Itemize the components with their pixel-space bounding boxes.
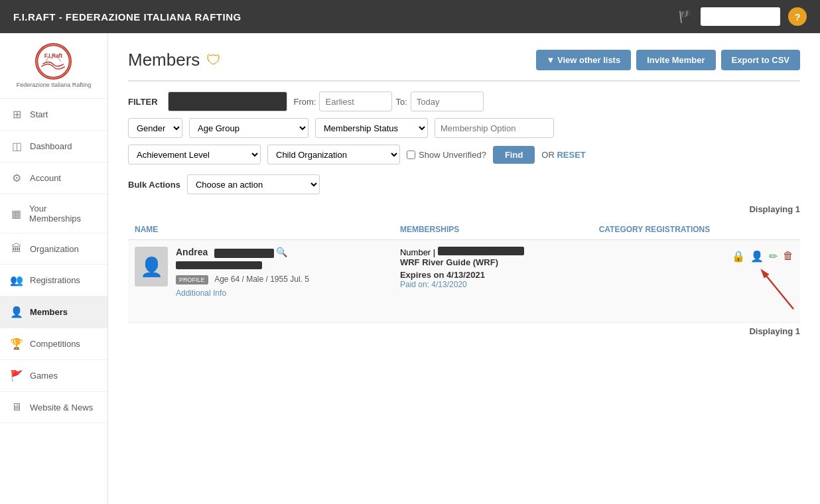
from-input[interactable] [319, 92, 392, 111]
membership-type: WRF River Guide (WRF) [400, 257, 586, 267]
sidebar: F.I.Raft Federazione Italiana Rafting ⊞ … [0, 33, 108, 504]
pencil-icon[interactable]: ✏ [769, 250, 778, 263]
sidebar-item-your-memberships[interactable]: ▦ Your Memberships [0, 194, 107, 233]
filter-row-2: Gender Age Group Membership Status [128, 118, 800, 138]
child-org-select[interactable]: Child Organization [267, 145, 400, 164]
account-icon: ⚙ [10, 172, 23, 184]
sidebar-nav: ⊞ Start ◫ Dashboard ⚙ Account ▦ Your Mem… [0, 99, 107, 504]
sidebar-item-games[interactable]: 🚩 Games [0, 360, 107, 392]
view-profile-icon[interactable]: 🔒 [732, 250, 745, 263]
additional-info-link[interactable]: Additional Info [176, 288, 387, 298]
export-csv-button[interactable]: Export to CSV [721, 50, 800, 70]
membership-option-input[interactable] [435, 118, 554, 138]
page-title-wrap: Members 🛡 [128, 50, 221, 70]
member-id-blur [176, 261, 262, 269]
displaying-bottom: Displaying 1 [128, 326, 800, 336]
sidebar-item-organization[interactable]: 🏛 Organization [0, 233, 107, 265]
dashboard-icon: ◫ [10, 140, 23, 153]
member-name-blur [214, 249, 274, 258]
action-icons: 🔒 👤 ✏ 🗑 [732, 247, 793, 263]
shield-icon: 🛡 [206, 52, 221, 69]
member-search-icon[interactable]: 🔍 [276, 247, 287, 257]
sidebar-item-label: Registrations [30, 275, 80, 285]
memberships-icon: ▦ [10, 208, 23, 220]
filter-row-3: Achievement Level Child Organization Sho… [128, 145, 800, 164]
member-category-cell [592, 240, 725, 323]
start-icon: ⊞ [10, 108, 23, 121]
members-icon: 👤 [10, 306, 23, 318]
header-buttons: ▼ View other lists Invite Member Export … [536, 50, 800, 70]
from-label: From: [294, 97, 316, 107]
sidebar-item-account[interactable]: ⚙ Account [0, 162, 107, 194]
member-name-cell: 👤 Andrea 🔍 [128, 240, 393, 323]
bulk-actions-row: Bulk Actions Choose an action [128, 174, 800, 194]
member-info: 👤 Andrea 🔍 [135, 247, 387, 298]
member-age-text: Age 64 / Male / 1955 Jul. 5 [214, 275, 309, 284]
sidebar-item-label: Your Memberships [29, 204, 98, 223]
avatar-icon: 👤 [140, 256, 163, 278]
delete-icon[interactable]: 🗑 [783, 250, 793, 262]
to-input[interactable] [411, 92, 484, 111]
filter-text-input[interactable] [168, 92, 287, 111]
competitions-icon: 🏆 [10, 338, 23, 350]
sidebar-item-label: Games [30, 371, 58, 381]
organization-icon: 🏛 [10, 243, 23, 255]
filter-row-1: FILTER From: To: [128, 92, 800, 111]
member-details: Andrea 🔍 PROFILE Age 64 / Male / 1955 J [176, 247, 387, 298]
sidebar-item-label: Organization [30, 244, 79, 254]
bulk-actions-label: Bulk Actions [128, 180, 180, 190]
arrow-annotation [732, 263, 793, 316]
filter-section: FILTER From: To: Gender Age Group Member… [128, 92, 800, 164]
sidebar-item-competitions[interactable]: 🏆 Competitions [0, 328, 107, 360]
member-name: Andrea 🔍 [176, 247, 387, 258]
member-id-row [176, 260, 387, 270]
show-unverified-label: Show Unverified? [407, 150, 486, 160]
games-icon: 🚩 [10, 369, 23, 382]
logo-tagline: Federazione Italiana Rafting [17, 82, 92, 88]
sidebar-item-registrations[interactable]: 👥 Registrations [0, 265, 107, 296]
paid-on-row: Paid on: 4/13/2020 [400, 280, 586, 289]
membership-number: Number | [400, 247, 586, 257]
main-content: Members 🛡 ▼ View other lists Invite Memb… [108, 33, 820, 504]
sidebar-item-label: Start [30, 109, 48, 119]
sidebar-item-label: Website & News [30, 403, 93, 412]
red-arrow-svg [754, 263, 807, 316]
table-row: 👤 Andrea 🔍 [128, 240, 800, 323]
gender-select[interactable]: Gender [128, 118, 182, 138]
topbar: F.I.RAFT - FEDERAZIONE ITALIANA RAFTING … [0, 0, 820, 33]
profile-badge: PROFILE [176, 275, 208, 284]
expires-row: Expires on 4/13/2021 [400, 270, 586, 280]
col-memberships: MEMBERSHIPS [393, 220, 592, 240]
svg-line-3 [764, 273, 793, 309]
sidebar-item-dashboard[interactable]: ◫ Dashboard [0, 131, 107, 162]
topbar-search-input[interactable] [701, 7, 780, 26]
sidebar-item-members[interactable]: 👤 Members [0, 296, 107, 328]
age-group-select[interactable]: Age Group [189, 118, 308, 138]
invite-member-button[interactable]: Invite Member [636, 50, 715, 70]
registrations-icon: 👥 [10, 274, 23, 286]
website-icon: 🖥 [10, 401, 23, 413]
col-name: NAME [128, 220, 393, 240]
view-other-lists-button[interactable]: ▼ View other lists [536, 50, 632, 70]
avatar: 👤 [135, 247, 168, 286]
displaying-top: Displaying 1 [128, 204, 800, 214]
sidebar-item-start[interactable]: ⊞ Start [0, 99, 107, 131]
col-actions [725, 220, 800, 240]
filter-label: FILTER [128, 97, 158, 107]
membership-status-select[interactable]: Membership Status [315, 118, 428, 138]
edit-icon[interactable]: 👤 [750, 250, 764, 263]
help-button[interactable]: ? [788, 7, 807, 26]
achievement-level-select[interactable]: Achievement Level [128, 145, 261, 164]
find-button[interactable]: Find [493, 146, 535, 164]
sidebar-item-label: Members [30, 307, 68, 317]
svg-point-0 [38, 45, 70, 77]
membership-num-blur [438, 247, 524, 255]
topbar-right: 🏴 ? [678, 7, 807, 26]
sidebar-item-website-news[interactable]: 🖥 Website & News [0, 392, 107, 423]
bulk-actions-select[interactable]: Choose an action [187, 174, 320, 194]
members-table: NAME MEMBERSHIPS CATEGORY REGISTRATIONS … [128, 220, 800, 323]
svg-text:F.I.Raft: F.I.Raft [44, 52, 63, 59]
show-unverified-checkbox[interactable] [407, 151, 415, 159]
reset-link[interactable]: RESET [557, 150, 585, 160]
to-label: To: [395, 97, 407, 107]
